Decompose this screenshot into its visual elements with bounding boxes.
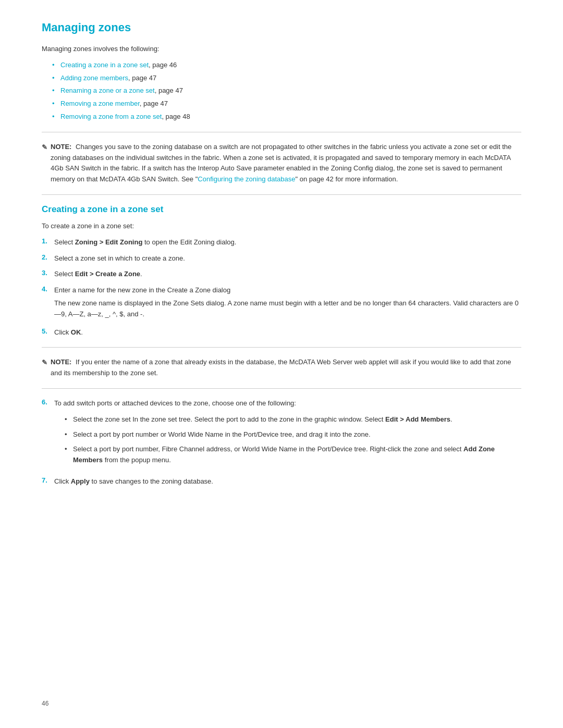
step-content-1: Select Zoning > Edit Zoning to open the … (54, 237, 521, 248)
note-icon-2: ✎ (42, 357, 47, 368)
page-ref-2: , page 47 (128, 74, 156, 82)
divider-3 (42, 347, 521, 348)
list-item: Select a port by port number, Fibre Chan… (65, 444, 521, 466)
step-content-2: Select a zone set in which to create a z… (54, 253, 521, 264)
link-removing-member[interactable]: Removing a zone member (60, 100, 140, 107)
step-bold-1: Zoning > Edit Zoning (75, 238, 143, 246)
step-3: 3. Select Edit > Create a Zone. (42, 269, 521, 280)
page-ref-4: , page 47 (140, 100, 168, 107)
steps-continued-container: 6. To add switch ports or attached devic… (42, 398, 521, 487)
link-renaming-zone[interactable]: Renaming a zone or a zone set (60, 87, 155, 94)
intro-text: Managing zones involves the following: (42, 44, 521, 55)
step-num-1: 1. (42, 237, 52, 245)
section-title-creating: Creating a zone in a zone set (42, 204, 521, 215)
bold-add-zone-members: Add Zone Members (73, 445, 495, 464)
step-6: 6. To add switch ports or attached devic… (42, 398, 521, 471)
step-bold-7: Apply (71, 477, 90, 485)
step-7: 7. Click Apply to save changes to the zo… (42, 476, 521, 487)
step-bold-5: OK (71, 328, 81, 336)
page-title: Managing zones (42, 21, 521, 34)
link-creating-zone[interactable]: Creating a zone in a zone set (60, 61, 149, 69)
step-num-4: 4. (42, 285, 52, 293)
page-ref-3: , page 47 (155, 87, 183, 94)
step-sub-4: The new zone name is displayed in the Zo… (54, 298, 521, 320)
section-intro: To create a zone in a zone set: (42, 221, 521, 232)
page-number: 46 (42, 700, 48, 707)
step-4: 4. Enter a name for the new zone in the … (42, 285, 521, 322)
page-ref-1: , page 46 (149, 61, 177, 69)
note-block-1: ✎ NOTE: Changes you save to the zoning d… (42, 142, 521, 185)
list-item: Removing a zone from a zone set, page 48 (52, 112, 521, 122)
step-num-7: 7. (42, 476, 52, 484)
bullet-links-list: Creating a zone in a zone set, page 46 A… (52, 60, 521, 122)
step-content-7: Click Apply to save changes to the zonin… (54, 476, 521, 487)
step-6-bullets: Select the zone set In the zone set tree… (65, 414, 521, 466)
step-num-2: 2. (42, 253, 52, 261)
divider-2 (42, 194, 521, 195)
note-label-1: NOTE: (51, 143, 71, 151)
step-content-6: To add switch ports or attached devices … (54, 398, 521, 471)
note-block-2: ✎ NOTE: If you enter the name of a zone … (42, 357, 521, 379)
step-content-4: Enter a name for the new zone in the Cre… (54, 285, 521, 322)
list-item: Select the zone set In the zone set tree… (65, 414, 521, 425)
step-2: 2. Select a zone set in which to create … (42, 253, 521, 264)
page-ref-5: , page 48 (162, 113, 190, 120)
step-bold-3: Edit > Create a Zone (75, 270, 140, 278)
step-5: 5. Click OK. (42, 327, 521, 338)
divider-1 (42, 132, 521, 132)
list-item: Removing a zone member, page 47 (52, 98, 521, 109)
list-item: Adding zone members, page 47 (52, 73, 521, 84)
link-configuring-zoning[interactable]: Configuring the zoning database (198, 175, 295, 183)
steps-container: 1. Select Zoning > Edit Zoning to open t… (42, 237, 521, 338)
note-text-1: NOTE: Changes you save to the zoning dat… (51, 142, 521, 185)
list-item: Select a port by port number or World Wi… (65, 429, 521, 440)
note-icon-1: ✎ (42, 142, 47, 153)
step-1: 1. Select Zoning > Edit Zoning to open t… (42, 237, 521, 248)
divider-4 (42, 388, 521, 389)
list-item: Renaming a zone or a zone set, page 47 (52, 85, 521, 96)
link-removing-zone[interactable]: Removing a zone from a zone set (60, 113, 162, 120)
bold-add-members: Edit > Add Members (385, 415, 450, 423)
note-text-2: NOTE: If you enter the name of a zone th… (51, 357, 521, 379)
list-item: Creating a zone in a zone set, page 46 (52, 60, 521, 71)
step-num-3: 3. (42, 269, 52, 277)
step-num-5: 5. (42, 327, 52, 335)
step-content-3: Select Edit > Create a Zone. (54, 269, 521, 280)
step-content-5: Click OK. (54, 327, 521, 338)
step-num-6: 6. (42, 398, 52, 406)
note-label-2: NOTE: (51, 358, 71, 366)
link-adding-members[interactable]: Adding zone members (60, 74, 128, 82)
